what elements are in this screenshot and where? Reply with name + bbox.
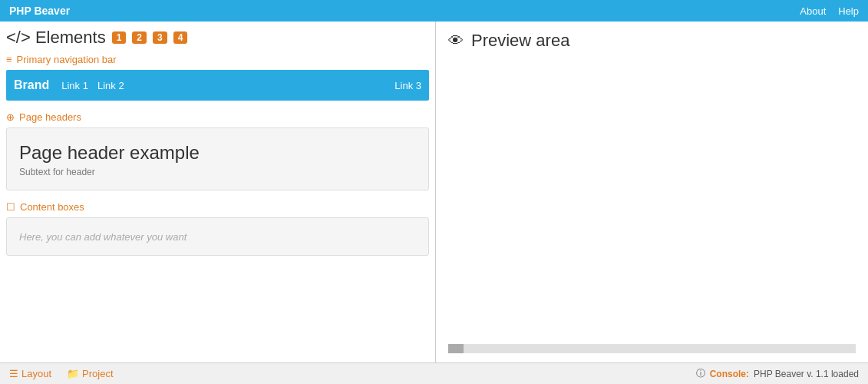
layout-icon: ☰: [9, 368, 18, 379]
preview-eye-icon: 👁: [448, 32, 464, 50]
project-button[interactable]: 📁 Project: [67, 368, 113, 379]
primary-nav-icon: ≡: [6, 54, 12, 65]
topbar-links: About Help: [800, 5, 859, 17]
nav-link-2[interactable]: Link 2: [97, 80, 124, 91]
app-title: PHP Beaver: [9, 5, 70, 17]
left-panel: </> Elements 1 2 3 4 ≡ Primary navigatio…: [0, 22, 436, 362]
navbar-preview: Brand Link 1 Link 2 Link 3: [6, 70, 429, 101]
preview-scrollbar[interactable]: [448, 344, 856, 353]
content-box-placeholder: Here, you can add whatever you want: [19, 231, 186, 243]
primary-nav-section-header[interactable]: ≡ Primary navigation bar: [6, 54, 429, 65]
topbar: PHP Beaver About Help: [0, 0, 868, 22]
main-content: </> Elements 1 2 3 4 ≡ Primary navigatio…: [0, 22, 868, 362]
bottombar-right: ⓘ Console: PHP Beaver v. 1.1 loaded: [696, 367, 859, 380]
elements-header: </> Elements 1 2 3 4: [6, 28, 429, 48]
page-headers-section-header[interactable]: ⊕ Page headers: [6, 111, 429, 123]
layout-button[interactable]: ☰ Layout: [9, 368, 51, 379]
page-header-subtext: Subtext for header: [19, 167, 416, 177]
project-label: Project: [82, 368, 113, 379]
layout-label: Layout: [21, 368, 51, 379]
badge-3[interactable]: 3: [153, 31, 167, 44]
page-header-box: Page header example Subtext for header: [6, 127, 429, 190]
page-header-title: Page header example: [19, 142, 416, 164]
info-icon: ⓘ: [696, 367, 705, 380]
primary-nav-label: Primary navigation bar: [17, 54, 117, 65]
bottombar: ☰ Layout 📁 Project ⓘ Console: PHP Beaver…: [0, 362, 868, 384]
content-box: Here, you can add whatever you want: [6, 217, 429, 256]
preview-scrollbar-thumb[interactable]: [448, 344, 464, 353]
badge-4[interactable]: 4: [173, 31, 188, 44]
help-link[interactable]: Help: [838, 5, 859, 17]
nav-link-3[interactable]: Link 3: [394, 80, 421, 91]
nav-link-1[interactable]: Link 1: [61, 80, 88, 91]
console-label: Console:: [710, 369, 749, 379]
page-headers-icon: ⊕: [6, 111, 15, 123]
right-panel: 👁 Preview area: [436, 22, 868, 362]
preview-title: Preview area: [471, 31, 569, 51]
badge-1[interactable]: 1: [112, 31, 127, 44]
preview-header: 👁 Preview area: [448, 31, 856, 51]
project-icon: 📁: [67, 368, 79, 379]
elements-title: </> Elements: [6, 28, 106, 48]
content-boxes-section-header[interactable]: ☐ Content boxes: [6, 201, 429, 213]
content-boxes-label: Content boxes: [20, 201, 84, 213]
about-link[interactable]: About: [800, 5, 826, 17]
content-boxes-icon: ☐: [6, 201, 15, 213]
bottombar-left: ☰ Layout 📁 Project: [9, 368, 114, 379]
console-text: PHP Beaver v. 1.1 loaded: [754, 369, 859, 379]
badge-2[interactable]: 2: [132, 31, 147, 44]
page-headers-label: Page headers: [19, 111, 81, 123]
navbar-brand: Brand: [14, 78, 49, 92]
